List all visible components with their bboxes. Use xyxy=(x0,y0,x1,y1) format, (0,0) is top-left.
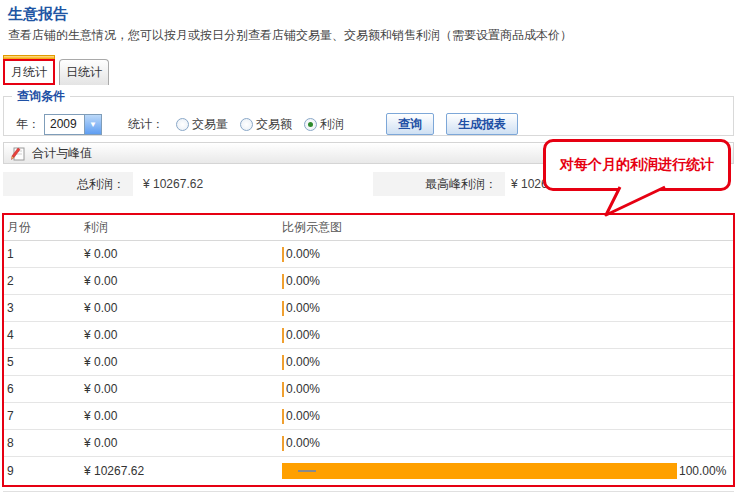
table-row: 3 ¥ 0.00 0.00% xyxy=(4,295,733,322)
row-month: 5 xyxy=(4,355,84,369)
peak-profit-label: 最高峰利润： xyxy=(373,172,505,196)
row-profit: ¥ 0.00 xyxy=(84,355,282,369)
tab-daily-label: 日统计 xyxy=(66,64,102,81)
row-bar xyxy=(282,247,284,262)
year-select-value: 2009 xyxy=(45,117,84,131)
row-month: 8 xyxy=(4,436,84,450)
row-bar-cell: 0.00% xyxy=(282,436,733,451)
row-bar-cell: 0.00% xyxy=(282,382,733,397)
radio-icon xyxy=(176,118,189,131)
stat-type-label: 统计： xyxy=(128,116,164,133)
search-button[interactable]: 查询 xyxy=(386,113,434,135)
row-bar xyxy=(282,463,677,479)
report-edit-icon xyxy=(10,145,26,161)
year-select[interactable]: 2009 ▼ xyxy=(44,114,102,135)
row-profit: ¥ 0.00 xyxy=(84,436,282,450)
row-bar xyxy=(282,301,284,316)
row-month: 6 xyxy=(4,382,84,396)
row-profit: ¥ 0.00 xyxy=(84,382,282,396)
radio-profit[interactable]: 利润 xyxy=(304,116,344,133)
radio-icon xyxy=(240,118,253,131)
row-bar-cell: 0.00% xyxy=(282,355,733,370)
radio-label: 交易量 xyxy=(192,116,228,133)
row-bar-cell: 100.00% xyxy=(282,463,733,479)
row-bar-cell: 0.00% xyxy=(282,409,733,424)
page-title: 生意报告 xyxy=(8,5,68,24)
col-header-bar: 比例示意图 xyxy=(282,219,733,236)
row-profit: ¥ 0.00 xyxy=(84,247,282,261)
row-bar-cell: 0.00% xyxy=(282,328,733,343)
row-percent: 0.00% xyxy=(286,382,320,396)
row-profit: ¥ 0.00 xyxy=(84,274,282,288)
row-bar xyxy=(282,409,284,424)
col-header-month: 月份 xyxy=(4,219,84,236)
table-body: 1 ¥ 0.00 0.00% 2 ¥ 0.00 0.00% 3 ¥ 0.00 0… xyxy=(4,241,733,484)
row-percent: 0.00% xyxy=(286,355,320,369)
monthly-profit-table: 月份 利润 比例示意图 1 ¥ 0.00 0.00% 2 ¥ 0.00 0.00… xyxy=(2,213,735,487)
row-profit: ¥ 10267.62 xyxy=(84,464,282,478)
table-row: 2 ¥ 0.00 0.00% xyxy=(4,268,733,295)
radio-label: 利润 xyxy=(320,116,344,133)
annotation-callout-text: 对每个月的利润进行统计 xyxy=(560,156,714,174)
tab-bar: 月统计 日统计 xyxy=(3,55,109,85)
stat-radio-group: 交易量 交易额 利润 xyxy=(164,116,344,133)
table-row: 6 ¥ 0.00 0.00% xyxy=(4,376,733,403)
row-percent: 0.00% xyxy=(286,328,320,342)
page-subtitle: 查看店铺的生意情况，您可以按月或按日分别查看店铺交易量、交易额和销售利润（需要设… xyxy=(8,27,572,44)
annotation-callout-tail xyxy=(595,185,675,219)
row-bar xyxy=(282,382,284,397)
row-percent: 100.00% xyxy=(679,464,726,478)
row-percent: 0.00% xyxy=(286,274,320,288)
row-percent: 0.00% xyxy=(286,409,320,423)
query-row: 年： 2009 ▼ 统计： 交易量 交易额 利润 查询 生成报表 xyxy=(16,113,733,135)
table-row: 8 ¥ 0.00 0.00% xyxy=(4,430,733,457)
row-bar xyxy=(282,274,284,289)
bar-dash-mark xyxy=(298,470,316,472)
table-row: 9 ¥ 10267.62 100.00% xyxy=(4,457,733,484)
row-percent: 0.00% xyxy=(286,436,320,450)
tab-monthly-label: 月统计 xyxy=(11,64,47,81)
generate-report-button[interactable]: 生成报表 xyxy=(446,113,518,135)
row-percent: 0.00% xyxy=(286,301,320,315)
query-conditions-panel: 查询条件 年： 2009 ▼ 统计： 交易量 交易额 利润 查询 生成报表 xyxy=(3,88,734,136)
col-header-profit: 利润 xyxy=(84,219,282,236)
row-profit: ¥ 0.00 xyxy=(84,301,282,315)
row-bar xyxy=(282,436,284,451)
table-row: 7 ¥ 0.00 0.00% xyxy=(4,403,733,430)
row-month: 9 xyxy=(4,464,84,478)
radio-transaction-volume[interactable]: 交易量 xyxy=(176,116,228,133)
total-profit-label: 总利润： xyxy=(3,172,133,196)
annotation-callout-bubble: 对每个月的利润进行统计 xyxy=(543,139,731,191)
row-bar-cell: 0.00% xyxy=(282,301,733,316)
row-bar-cell: 0.00% xyxy=(282,247,733,262)
row-month: 1 xyxy=(4,247,84,261)
row-percent: 0.00% xyxy=(286,247,320,261)
chevron-down-icon[interactable]: ▼ xyxy=(84,115,101,134)
annotation-red-box-tab: 月统计 xyxy=(3,59,55,85)
radio-icon-selected xyxy=(304,118,317,131)
year-label: 年： xyxy=(16,116,40,133)
row-bar-cell: 0.00% xyxy=(282,274,733,289)
row-month: 4 xyxy=(4,328,84,342)
row-profit: ¥ 0.00 xyxy=(84,328,282,342)
row-month: 2 xyxy=(4,274,84,288)
row-profit: ¥ 0.00 xyxy=(84,409,282,423)
row-bar xyxy=(282,328,284,343)
totals-section-title: 合计与峰值 xyxy=(32,145,92,162)
radio-transaction-amount[interactable]: 交易额 xyxy=(240,116,292,133)
footer-divider xyxy=(3,491,734,492)
table-row: 4 ¥ 0.00 0.00% xyxy=(4,322,733,349)
radio-label: 交易额 xyxy=(256,116,292,133)
row-month: 7 xyxy=(4,409,84,423)
total-profit-value: ¥ 10267.62 xyxy=(135,172,371,196)
row-month: 3 xyxy=(4,301,84,315)
table-row: 5 ¥ 0.00 0.00% xyxy=(4,349,733,376)
tab-monthly-stats[interactable]: 月统计 xyxy=(3,55,55,85)
table-row: 1 ¥ 0.00 0.00% xyxy=(4,241,733,268)
row-bar xyxy=(282,355,284,370)
query-conditions-legend: 查询条件 xyxy=(12,88,70,105)
tab-daily-stats[interactable]: 日统计 xyxy=(59,59,109,85)
